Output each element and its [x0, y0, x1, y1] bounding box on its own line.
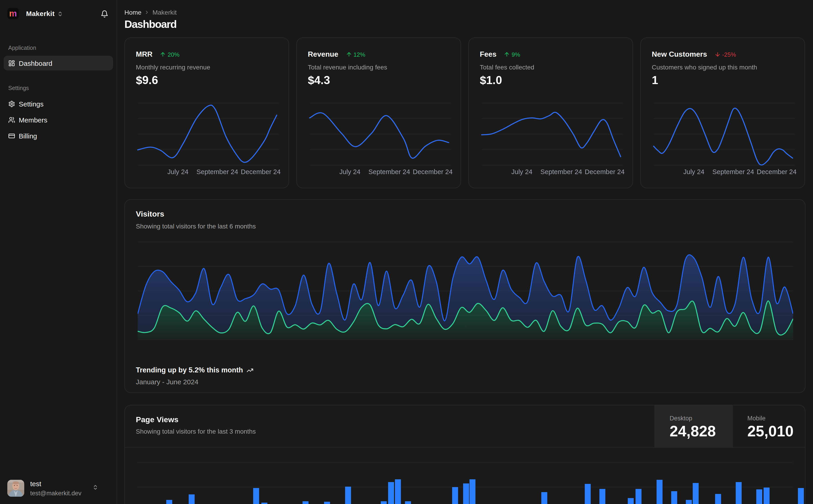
- svg-text:December 24: December 24: [413, 168, 453, 175]
- svg-text:December 24: December 24: [585, 168, 625, 175]
- svg-text:September 24: September 24: [712, 168, 754, 175]
- svg-text:September 24: September 24: [540, 168, 582, 175]
- svg-text:July 24: July 24: [683, 168, 704, 175]
- svg-text:m: m: [9, 9, 17, 18]
- svg-text:December 24: December 24: [757, 168, 797, 175]
- svg-text:December 24: December 24: [241, 168, 281, 175]
- svg-text:September 24: September 24: [368, 168, 410, 175]
- svg-text:July 24: July 24: [167, 168, 188, 175]
- svg-text:September 24: September 24: [196, 168, 238, 175]
- svg-text:July 24: July 24: [511, 168, 532, 175]
- svg-text:July 24: July 24: [339, 168, 360, 175]
